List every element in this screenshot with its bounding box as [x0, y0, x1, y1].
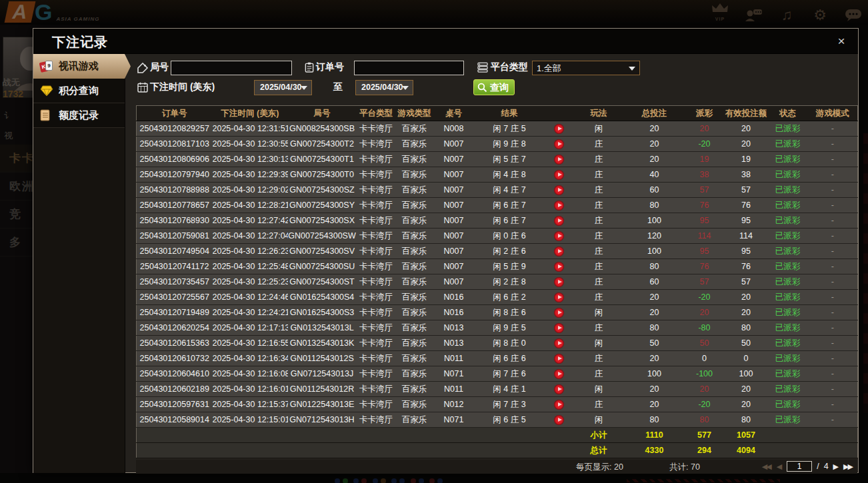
replay-button[interactable] [554, 400, 564, 410]
payout-cell: 50 [685, 336, 725, 351]
game-id-cell: GN008254300SB [288, 121, 357, 137]
tab-label: 积分查询 [59, 85, 99, 97]
replay-button[interactable] [554, 124, 564, 134]
document-icon [40, 109, 53, 121]
table-no-cell: N007 [433, 152, 475, 167]
replay-button[interactable] [554, 354, 564, 364]
table-no-cell: N007 [433, 229, 475, 244]
bet-on-cell: 庄 [573, 183, 625, 198]
game-type-cell: 百家乐 [396, 213, 433, 229]
total-bet-cell: 60 [625, 183, 685, 198]
tab-quota-records[interactable]: 额度记录 [33, 103, 125, 128]
status-cell: 已派彩 [768, 320, 808, 336]
replay-button[interactable] [554, 369, 564, 379]
order-id-cell: 250430120604610 [137, 366, 213, 382]
table-row: 2504301207194892025-04-30 12:24:21GN0162… [137, 305, 858, 320]
bet-time-cell: 2025-04-30 12:27:42 [213, 213, 288, 229]
result-cell: 闲 0 庄 6 [475, 229, 545, 244]
game-mode-cell: - [808, 259, 858, 274]
total-bet-cell: 40 [625, 167, 685, 183]
next-page-button[interactable]: ▶ [833, 462, 839, 471]
bet-on-cell: 庄 [573, 213, 625, 229]
platform-cell: 卡卡湾厅 [357, 229, 396, 244]
replay-button[interactable] [554, 216, 564, 226]
replay-button[interactable] [554, 415, 564, 425]
page-number-input[interactable] [787, 461, 812, 472]
replay-button[interactable] [554, 246, 564, 256]
replay-button[interactable] [554, 231, 564, 241]
payout-cell: 20 [685, 382, 725, 397]
search-button[interactable]: 查询 [473, 79, 515, 95]
order-id-cell: 250430120741172 [137, 259, 213, 274]
replay-button[interactable] [554, 384, 564, 394]
replay-cell [545, 183, 573, 198]
bet-on-cell: 闲 [573, 336, 625, 351]
replay-button[interactable] [554, 201, 564, 211]
bet-time-cell: 2025-04-30 12:30:13 [213, 152, 288, 167]
game-type-cell: 百家乐 [396, 121, 433, 137]
subtotal-row: 小计11105771057 [137, 428, 858, 443]
bet-time-cell: 2025-04-30 12:31:51 [213, 121, 288, 137]
column-header: 派彩 [685, 106, 725, 121]
bet-on-cell: 闲 [573, 382, 625, 397]
game-id-cell: GN007254300SX [288, 213, 357, 229]
dialog-header: 下注记录 × [33, 29, 858, 54]
total-bet-cell: 20 [625, 351, 685, 366]
order-id-cell: 250430120778657 [137, 198, 213, 213]
table-no-cell: N013 [433, 320, 475, 336]
replay-button[interactable] [554, 262, 564, 272]
game-id-cell: GN007254300T0 [288, 167, 357, 183]
replay-button[interactable] [554, 139, 564, 149]
order-id-cell: 250430120797940 [137, 167, 213, 183]
tab-video-games[interactable]: K9 视讯游戏 [33, 54, 131, 79]
platform-type-select[interactable]: 1.全部 [532, 61, 640, 75]
totals-label: 总计 [573, 443, 625, 458]
platform-cell: 卡卡湾厅 [357, 397, 396, 412]
totals-spacer [768, 443, 808, 458]
replay-button[interactable] [554, 155, 564, 165]
clipboard-icon [304, 62, 315, 73]
valid-bet-cell: 76 [725, 259, 768, 274]
status-cell: 已派彩 [768, 167, 808, 183]
payout-cell: -20 [685, 137, 725, 152]
page-separator: / [817, 462, 819, 471]
totals-label: 小计 [573, 428, 625, 443]
game-id-cell: GN007254300SW [288, 229, 357, 244]
valid-bet-cell: 57 [725, 274, 768, 290]
game-id-cell: GN007254300T2 [288, 137, 357, 152]
table-row: 2504301206107322025-04-30 12:16:34GN0112… [137, 351, 858, 366]
order-id-cell: 250430120768930 [137, 213, 213, 229]
bet-time-cell: 2025-04-30 12:15:37 [213, 397, 288, 412]
last-page-button[interactable]: ▶▶ [843, 462, 853, 471]
payout-cell: 20 [685, 305, 725, 320]
close-icon[interactable]: × [834, 34, 849, 49]
valid-bet-cell: 95 [725, 244, 768, 259]
table-no-cell: N007 [433, 137, 475, 152]
replay-button[interactable] [554, 292, 564, 302]
first-page-button[interactable]: ◀◀ [762, 462, 772, 471]
payout-cell: 38 [685, 167, 725, 183]
total-bet-cell: 100 [625, 213, 685, 229]
replay-button[interactable] [554, 308, 564, 318]
order-id-cell: 250430120725567 [137, 290, 213, 305]
column-header: 结果 [475, 106, 545, 121]
replay-button[interactable] [554, 277, 564, 287]
date-from-picker[interactable]: 2025/04/30 [254, 80, 312, 95]
order-no-label: 订单号 [316, 61, 344, 73]
tab-points-query[interactable]: 积分查询 [33, 79, 125, 103]
game-no-input[interactable] [171, 61, 292, 75]
prev-page-button[interactable]: ◀ [777, 462, 782, 471]
date-to-picker[interactable]: 2025/04/30 [355, 80, 413, 95]
valid-bet-cell: 38 [725, 167, 768, 183]
replay-button[interactable] [554, 185, 564, 195]
replay-button[interactable] [554, 323, 564, 333]
game-type-cell: 百家乐 [396, 305, 433, 320]
search-icon [477, 83, 487, 93]
payout-cell: 95 [685, 213, 725, 229]
order-no-input[interactable] [354, 61, 464, 75]
screen: A G ASIA GAMING VIP ♫ ⚙ 战无 1732 讠 视 [0, 0, 868, 483]
payout-cell: -80 [685, 320, 725, 336]
replay-button[interactable] [554, 170, 564, 180]
replay-button[interactable] [554, 338, 564, 348]
result-cell: 闲 7 庄 6 [475, 366, 545, 382]
